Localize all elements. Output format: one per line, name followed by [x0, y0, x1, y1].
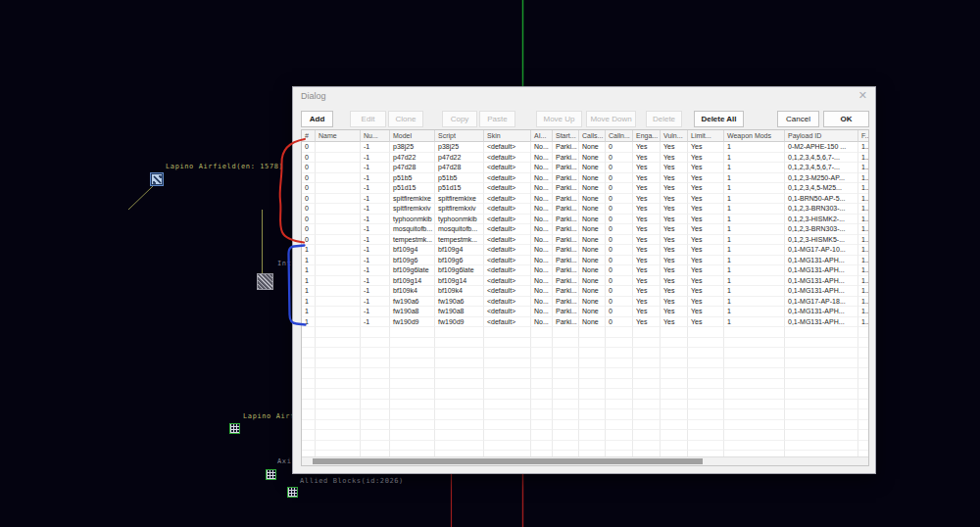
table-row[interactable]: 1-1bf109k4bf109k4<default>No...Parki...N… [302, 286, 868, 297]
block-marker-icon-1[interactable] [229, 423, 240, 434]
ok-button[interactable]: OK [823, 111, 869, 127]
delete-button[interactable]: Delete [646, 111, 682, 127]
paste-button[interactable]: Paste [479, 111, 515, 127]
table-cell: 0 [302, 235, 316, 246]
table-cell: tempestmk... [390, 235, 435, 246]
table-empty-row [302, 389, 868, 400]
column-header[interactable]: Vuln... [661, 130, 688, 142]
table-row[interactable]: 0-1mosquitofb...mosquitofb...<default>No… [302, 224, 868, 235]
table-cell [858, 327, 869, 338]
column-header[interactable]: F... [858, 130, 869, 142]
edit-button[interactable]: Edit [350, 111, 386, 127]
table-cell: Yes [688, 297, 724, 308]
table-cell [606, 400, 633, 410]
add-button[interactable]: Add [301, 111, 333, 127]
table-cell: Yes [688, 235, 724, 246]
table-row[interactable]: 0-1tempestmk...tempestmk...<default>No..… [302, 235, 868, 246]
table-cell [633, 379, 661, 390]
table-cell: None [579, 142, 606, 153]
table-cell: 0 [606, 224, 633, 235]
table-row[interactable]: 1-1fw190d9fw190d9<default>No...Parki...N… [302, 317, 868, 328]
move-down-button[interactable]: Move Down [586, 111, 636, 127]
table-cell [435, 379, 484, 390]
column-header[interactable]: Nu... [361, 130, 390, 142]
table-cell: 1 [724, 307, 785, 317]
table-cell [661, 420, 688, 431]
table-cell [858, 389, 869, 400]
close-icon[interactable]: ✕ [858, 89, 867, 102]
column-header[interactable]: Name [316, 130, 361, 142]
table-cell: Yes [661, 317, 688, 328]
table-cell [484, 338, 531, 349]
table-cell [316, 173, 361, 184]
move-up-button[interactable]: Move Up [536, 111, 582, 127]
table-row[interactable]: 1-1fw190a8fw190a8<default>No...Parki...N… [302, 307, 868, 317]
column-header[interactable]: Calls... [579, 130, 606, 142]
table-cell [435, 327, 484, 338]
table-cell: Parki... [553, 163, 579, 173]
table-cell: fw190a8 [435, 307, 484, 317]
horizontal-scrollbar[interactable] [302, 456, 868, 465]
airfield-marker-icon[interactable] [150, 172, 164, 186]
table-cell [316, 245, 361, 256]
delete-all-button[interactable]: Delete All [694, 111, 744, 127]
dialog-titlebar[interactable]: Dialog ✕ [293, 87, 875, 107]
table-cell: p51b5 [435, 173, 484, 184]
column-header[interactable]: Limit... [688, 130, 724, 142]
scrollbar-thumb[interactable] [313, 458, 703, 464]
table-cell [553, 400, 579, 410]
table-row[interactable]: 0-1p47d22p47d22<default>No...Parki...Non… [302, 153, 868, 164]
column-header[interactable]: Calln... [606, 130, 633, 142]
table-row[interactable]: 1-1bf109g6latebf109g6late<default>No...P… [302, 265, 868, 276]
cancel-button[interactable]: Cancel [777, 111, 819, 127]
column-header[interactable]: Enga... [633, 130, 661, 142]
column-header[interactable]: Skin [484, 130, 531, 142]
table-cell: <default> [484, 256, 531, 266]
table-row[interactable]: 0-1p38j25p38j25<default>No...Parki...Non… [302, 142, 868, 153]
table-cell [606, 348, 633, 359]
table-cell [484, 430, 531, 441]
table-row[interactable]: 0-1p51b5p51b5<default>No...Parki...None0… [302, 173, 868, 184]
table-cell: Yes [688, 256, 724, 266]
table-cell [484, 359, 531, 369]
clone-button[interactable]: Clone [388, 111, 423, 127]
table-cell [390, 409, 435, 420]
table-row[interactable]: 1-1bf109g14bf109g14<default>No...Parki..… [302, 276, 868, 287]
table-cell: Yes [661, 183, 688, 194]
table-row[interactable]: 0-1typhoonmkibtyphoonmkib<default>No...P… [302, 215, 868, 225]
column-header[interactable]: Start... [553, 130, 579, 142]
table-row[interactable]: 1-1fw190a6fw190a6<default>No...Parki...N… [302, 297, 868, 308]
table-cell [531, 420, 553, 431]
table-cell [579, 327, 606, 338]
table-cell: Yes [633, 317, 661, 328]
table-cell [688, 327, 724, 338]
column-header[interactable]: # [302, 130, 316, 142]
table-row[interactable]: 0-1spitfiremkxivspitfiremkxiv<default>No… [302, 204, 868, 215]
block-marker-icon-3[interactable] [287, 487, 298, 498]
table-cell: Parki... [553, 317, 579, 328]
copy-button[interactable]: Copy [442, 111, 477, 127]
table-cell [302, 430, 316, 441]
column-header[interactable]: Script [435, 130, 484, 142]
table-row[interactable]: 0-1p51d15p51d15<default>No...Parki...Non… [302, 183, 868, 194]
table-cell: <default> [484, 235, 531, 246]
column-header[interactable]: AI... [531, 130, 553, 142]
hatched-area-marker-icon[interactable] [257, 273, 273, 290]
table-cell [316, 359, 361, 369]
table-cell: Parki... [553, 183, 579, 194]
table-cell: None [579, 276, 606, 287]
column-header[interactable]: Payload ID [785, 130, 858, 142]
table-row[interactable]: 0-1spitfiremkixespitfiremkixe<default>No… [302, 194, 868, 205]
table-cell: No... [531, 224, 553, 235]
table-cell [316, 368, 361, 379]
table-cell [579, 359, 606, 369]
table-row[interactable]: 1-1bf109g4bf109g4<default>No...Parki...N… [302, 245, 868, 256]
table-cell [361, 338, 390, 349]
column-header[interactable]: Weapon Mods [724, 130, 785, 142]
column-header[interactable]: Model [390, 130, 435, 142]
table-row[interactable]: 0-1p47d28p47d28<default>No...Parki...Non… [302, 163, 868, 173]
block-marker-icon-2[interactable] [266, 469, 276, 480]
table-cell: Yes [688, 163, 724, 173]
table-row[interactable]: 1-1bf109g6bf109g6<default>No...Parki...N… [302, 256, 868, 266]
table-cell [579, 409, 606, 420]
